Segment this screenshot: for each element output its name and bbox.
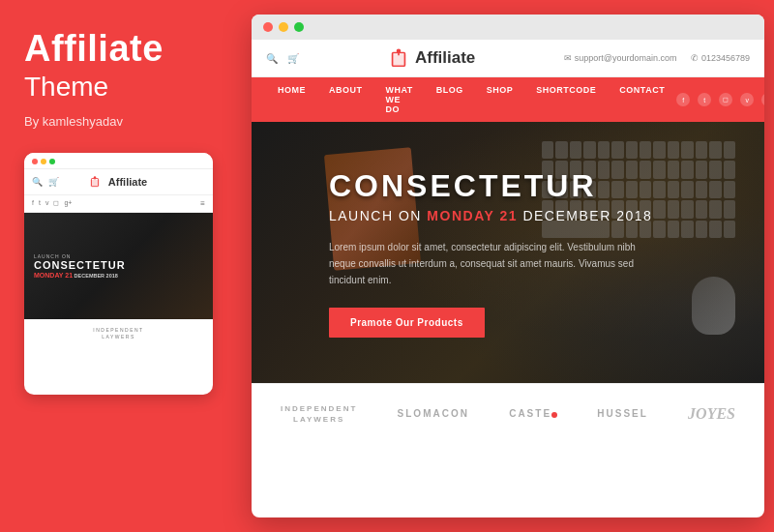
nav-google-icon[interactable]: g (761, 93, 764, 106)
browser-email: ✉ support@yourdomain.com (564, 53, 676, 63)
browser-search-icon[interactable]: 🔍 (266, 53, 278, 64)
hero-content: CONSECTETUR LAUNCH ON MONDAY 21 DECEMBER… (252, 122, 764, 383)
nav-contact[interactable]: CONTACT (608, 77, 676, 122)
mobile-vimeo-icon[interactable]: v (45, 199, 49, 207)
mobile-brand-text: INDEPENDENTLAYWERS (93, 327, 143, 340)
svg-point-6 (397, 48, 402, 53)
theme-subtitle: Theme (24, 72, 208, 103)
mobile-brands: INDEPENDENTLAYWERS (24, 319, 213, 348)
brand-slomacon: SLOMACON (398, 407, 469, 421)
mobile-header: 🔍 🛒 Affiliate (24, 169, 213, 195)
nav-about[interactable]: ABOUT (317, 77, 374, 122)
nav-vimeo-icon[interactable]: v (740, 93, 754, 106)
nav-home[interactable]: HOME (266, 77, 317, 122)
mobile-logo-icon (88, 175, 102, 189)
hero-subtitle-before: LAUNCH ON (329, 208, 427, 223)
svg-rect-4 (392, 54, 406, 65)
mobile-hero-title: CONSECTETUR (34, 259, 203, 271)
mobile-dot-yellow (41, 159, 46, 164)
browser-dot-yellow (279, 22, 288, 32)
mobile-instagram-icon[interactable]: ◻ (53, 199, 59, 207)
browser-mockup: 🔍 🛒 Affiliate ✉ support@yourdomain.com ✆… (252, 15, 764, 517)
hero-subtitle-after: DECEMBER 2018 (518, 208, 652, 223)
browser-dot-green (294, 22, 304, 32)
browser-header: 🔍 🛒 Affiliate ✉ support@yourdomain.com ✆… (252, 40, 764, 77)
nav-blog[interactable]: BLOG (425, 77, 475, 122)
hero-subtitle: LAUNCH ON MONDAY 21 DECEMBER 2018 (329, 208, 716, 223)
mobile-hero-subtitle: MONDAY 21 DECEMBER 2018 (34, 272, 203, 279)
theme-author: By kamleshyadav (24, 114, 208, 129)
mobile-logo: Affiliate (88, 175, 147, 189)
mobile-hero-content: LAUNCH ON CONSECTETUR MONDAY 21 DECEMBER… (34, 253, 203, 279)
brand-independent: INDEPENDENTLAYWERS (281, 403, 357, 425)
mobile-mockup: 🔍 🛒 Affiliate f t v ◻ g+ (24, 153, 213, 395)
browser-logo: Affiliate (388, 47, 475, 69)
mobile-hero-highlight: MONDAY 21 (34, 272, 73, 279)
nav-twitter-icon[interactable]: t (698, 93, 711, 106)
svg-point-2 (94, 176, 96, 178)
browser-nav: HOME ABOUT WHAT WE DO BLOG SHOP SHORTCOD… (252, 77, 764, 122)
mobile-social-icons: f t v ◻ g+ (32, 199, 72, 207)
mobile-dot-red (32, 159, 38, 164)
theme-title: Affiliate (24, 29, 208, 70)
mobile-hero: LAUNCH ON CONSECTETUR MONDAY 21 DECEMBER… (24, 213, 213, 319)
left-panel: Affiliate Theme By kamleshyadav 🔍 🛒 (0, 0, 232, 532)
browser-nav-right: f t ◻ v g (676, 93, 764, 106)
mobile-cart-icon[interactable]: 🛒 (48, 177, 59, 187)
mobile-dot-green (49, 159, 55, 164)
mobile-social-bar: f t v ◻ g+ ≡ (24, 195, 213, 213)
mobile-facebook-icon[interactable]: f (32, 199, 34, 207)
browser-header-left: 🔍 🛒 (266, 53, 299, 64)
mobile-twitter-icon[interactable]: t (39, 199, 41, 207)
brand-dot (551, 412, 557, 418)
mobile-header-icons: 🔍 🛒 (32, 177, 59, 187)
brands-section: INDEPENDENTLAYWERS SLOMACON CASTE HUSSEL… (252, 383, 764, 444)
hero-subtitle-highlight: MONDAY 21 (427, 208, 518, 223)
mobile-hero-suffix: DECEMBER 2018 (74, 273, 118, 279)
nav-shortcode[interactable]: SHORTCODE (524, 77, 608, 122)
nav-facebook-icon[interactable]: f (676, 93, 690, 106)
browser-titlebar (252, 15, 764, 40)
mobile-logo-text: Affiliate (108, 176, 147, 188)
browser-phone: ✆ 0123456789 (691, 53, 750, 63)
hero-title: CONSECTETUR (329, 168, 716, 204)
nav-what-we-do[interactable]: WHAT WE DO (374, 77, 425, 122)
hero-description: Lorem ipsum dolor sit amet, consectetur … (329, 239, 648, 288)
mobile-menu-icon[interactable]: ≡ (200, 199, 205, 208)
hero-cta-button[interactable]: Pramote Our Products (329, 308, 485, 338)
browser-cart-icon[interactable]: 🛒 (287, 53, 299, 64)
brand-joyes: Joyes (688, 403, 735, 425)
browser-logo-icon (388, 47, 409, 69)
mobile-google-icon[interactable]: g+ (64, 199, 72, 207)
browser-nav-left: HOME ABOUT WHAT WE DO BLOG SHOP SHORTCOD… (266, 77, 676, 122)
browser-dot-red (263, 22, 273, 32)
brand-casted: CASTE (509, 407, 557, 421)
mobile-search-icon[interactable]: 🔍 (32, 177, 43, 187)
browser-logo-text: Affiliate (415, 48, 475, 68)
browser-header-right: ✉ support@yourdomain.com ✆ 0123456789 (564, 53, 750, 63)
nav-shop[interactable]: SHOP (475, 77, 525, 122)
nav-instagram-icon[interactable]: ◻ (719, 93, 732, 106)
browser-hero: CONSECTETUR LAUNCH ON MONDAY 21 DECEMBER… (252, 122, 764, 383)
brand-hussel: HUSSEL (597, 407, 648, 421)
mobile-titlebar (24, 153, 213, 169)
